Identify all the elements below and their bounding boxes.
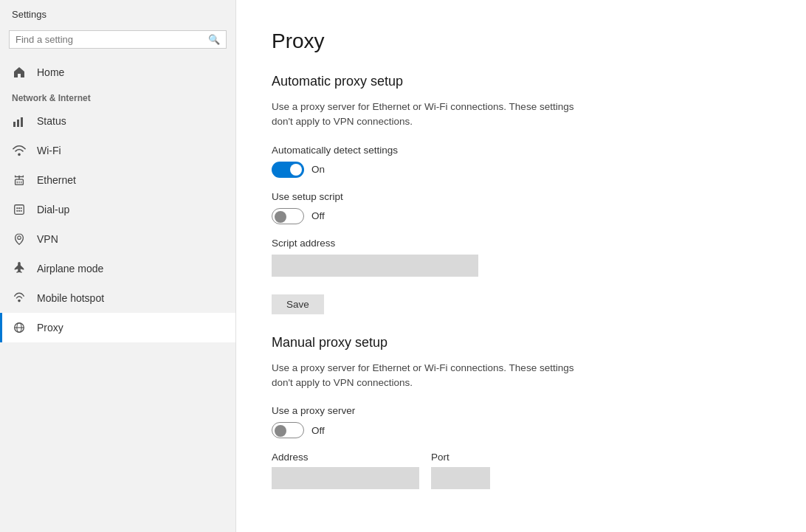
port-input[interactable] [431,467,490,489]
svg-rect-3 [24,115,25,116]
port-label: Port [431,452,490,463]
manual-section-description: Use a proxy server for Ethernet or Wi-Fi… [272,361,596,391]
main-content: Proxy Automatic proxy setup Use a proxy … [236,0,806,532]
script-address-input[interactable] [272,255,478,277]
hotspot-icon [12,291,27,305]
use-proxy-status: Off [311,425,325,436]
use-proxy-label: Use a proxy server [272,405,771,416]
svg-rect-0 [13,122,16,127]
svg-rect-2 [21,117,23,127]
sidebar-item-vpn[interactable]: VPN [0,224,235,254]
address-input[interactable] [272,467,419,489]
svg-point-21 [18,300,21,303]
home-icon [12,65,27,80]
auto-detect-toggle-row: On [272,162,771,178]
sidebar-item-wifi-label: Wi-Fi [37,145,61,156]
sidebar-item-proxy[interactable]: Proxy [0,313,235,342]
manual-section-title: Manual proxy setup [272,335,771,350]
dialup-icon [12,202,27,217]
automatic-section-title: Automatic proxy setup [272,74,771,89]
sidebar-item-ethernet-label: Ethernet [37,174,76,186]
use-proxy-toggle-knob [275,425,286,437]
sidebar-item-home[interactable]: Home [0,58,235,87]
use-proxy-toggle[interactable] [272,422,304,438]
auto-detect-toggle[interactable] [272,162,304,178]
script-address-label: Script address [272,238,771,249]
auto-detect-setting: Automatically detect settings On [272,145,771,178]
setup-script-toggle[interactable] [272,208,304,224]
sidebar-item-home-label: Home [37,66,64,78]
address-field-group: Address [272,452,419,489]
sidebar-item-hotspot[interactable]: Mobile hotspot [0,283,235,313]
sidebar-item-hotspot-label: Mobile hotspot [37,292,104,304]
use-proxy-toggle-row: Off [272,422,771,438]
sidebar: Settings 🔍 Home Network & Internet Statu… [0,0,236,532]
script-address-setting: Script address [272,238,771,277]
sidebar-item-ethernet[interactable]: Ethernet [0,165,235,195]
svg-point-16 [21,207,22,209]
port-field-group: Port [431,452,490,489]
status-icon [12,114,27,128]
sidebar-item-proxy-label: Proxy [37,322,63,334]
sidebar-item-vpn-label: VPN [37,233,58,245]
setup-script-label: Use setup script [272,191,771,202]
svg-point-19 [21,210,22,212]
auto-detect-status: On [311,164,325,175]
ethernet-icon [12,173,27,187]
app-title: Settings [0,0,235,27]
auto-detect-label: Automatically detect settings [272,145,771,156]
svg-point-15 [18,207,20,209]
sidebar-item-airplane-label: Airplane mode [37,263,103,274]
sidebar-item-airplane[interactable]: Airplane mode [0,254,235,283]
auto-detect-toggle-knob [290,164,302,176]
sidebar-item-status[interactable]: Status [0,106,235,136]
svg-point-17 [16,210,18,212]
sidebar-item-dialup[interactable]: Dial-up [0,195,235,224]
setup-script-toggle-row: Off [272,208,771,224]
search-input[interactable] [16,34,208,45]
save-button[interactable]: Save [272,294,324,314]
proxy-icon [12,320,27,335]
svg-point-18 [18,210,20,212]
setup-script-status: Off [311,210,325,221]
svg-point-14 [16,207,18,209]
sidebar-item-dialup-label: Dial-up [37,204,69,215]
setup-script-toggle-knob [275,211,286,223]
vpn-icon [12,232,27,246]
setup-script-setting: Use setup script Off [272,191,771,224]
address-label: Address [272,452,419,463]
automatic-section-description: Use a proxy server for Ethernet or Wi-Fi… [272,100,596,130]
search-box[interactable]: 🔍 [9,30,227,49]
airplane-icon [12,261,27,276]
page-title: Proxy [272,30,771,53]
svg-rect-13 [15,205,24,215]
address-port-row: Address Port [272,452,771,489]
sidebar-item-wifi[interactable]: Wi-Fi [0,136,235,165]
wifi-icon [12,143,27,158]
sidebar-item-status-label: Status [37,115,66,127]
search-icon: 🔍 [208,34,220,45]
use-proxy-setting: Use a proxy server Off [272,405,771,438]
svg-point-20 [18,236,21,240]
svg-rect-1 [17,120,19,127]
sidebar-section-label: Network & Internet [0,87,235,106]
